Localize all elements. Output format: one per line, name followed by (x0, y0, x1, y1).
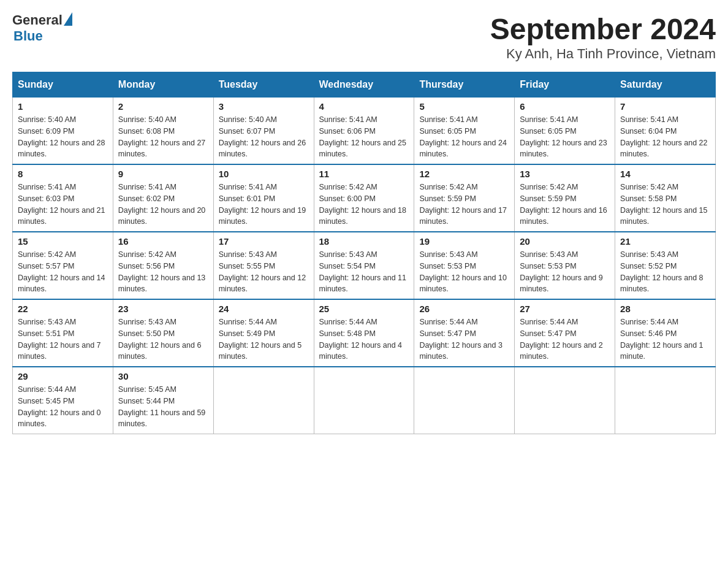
day-info: Sunrise: 5:42 AMSunset: 5:59 PMDaylight:… (419, 182, 509, 228)
day-number: 7 (620, 101, 710, 112)
day-number: 26 (419, 304, 509, 314)
day-number: 25 (319, 304, 409, 314)
calendar-cell: 8Sunrise: 5:41 AMSunset: 6:03 PMDaylight… (13, 164, 113, 232)
day-number: 11 (319, 169, 409, 179)
calendar-cell: 26Sunrise: 5:44 AMSunset: 5:47 PMDayligh… (414, 299, 515, 367)
day-info: Sunrise: 5:43 AMSunset: 5:51 PMDaylight:… (18, 316, 108, 362)
day-info: Sunrise: 5:41 AMSunset: 6:03 PMDaylight:… (18, 182, 108, 228)
calendar-header-row: SundayMondayTuesdayWednesdayThursdayFrid… (13, 72, 716, 97)
day-number: 3 (219, 101, 309, 112)
day-info: Sunrise: 5:41 AMSunset: 6:05 PMDaylight:… (419, 114, 509, 160)
calendar-cell (515, 367, 615, 434)
day-number: 21 (620, 236, 710, 247)
calendar-cell (314, 367, 414, 434)
day-info: Sunrise: 5:43 AMSunset: 5:54 PMDaylight:… (319, 249, 409, 295)
day-info: Sunrise: 5:41 AMSunset: 6:05 PMDaylight:… (520, 114, 610, 160)
calendar-cell: 15Sunrise: 5:42 AMSunset: 5:57 PMDayligh… (13, 232, 113, 299)
day-number: 28 (620, 304, 710, 314)
day-info: Sunrise: 5:44 AMSunset: 5:48 PMDaylight:… (319, 316, 409, 362)
calendar-cell: 25Sunrise: 5:44 AMSunset: 5:48 PMDayligh… (314, 299, 414, 367)
week-row-5: 29Sunrise: 5:44 AMSunset: 5:45 PMDayligh… (13, 367, 716, 434)
day-info: Sunrise: 5:42 AMSunset: 5:57 PMDaylight:… (18, 249, 108, 295)
calendar-cell: 19Sunrise: 5:43 AMSunset: 5:53 PMDayligh… (414, 232, 515, 299)
day-number: 14 (620, 169, 710, 179)
day-number: 29 (18, 371, 108, 381)
day-info: Sunrise: 5:40 AMSunset: 6:08 PMDaylight:… (118, 114, 208, 160)
calendar-cell: 10Sunrise: 5:41 AMSunset: 6:01 PMDayligh… (213, 164, 314, 232)
week-row-1: 1Sunrise: 5:40 AMSunset: 6:09 PMDaylight… (13, 97, 716, 164)
calendar-cell (213, 367, 314, 434)
calendar-cell: 11Sunrise: 5:42 AMSunset: 6:00 PMDayligh… (314, 164, 414, 232)
calendar-title: September 2024 (490, 12, 716, 46)
day-number: 2 (118, 101, 208, 112)
calendar-cell: 16Sunrise: 5:42 AMSunset: 5:56 PMDayligh… (113, 232, 213, 299)
day-number: 23 (118, 304, 208, 314)
day-number: 30 (118, 371, 208, 381)
calendar-cell (615, 367, 716, 434)
day-number: 13 (520, 169, 610, 179)
day-number: 20 (520, 236, 610, 247)
week-row-3: 15Sunrise: 5:42 AMSunset: 5:57 PMDayligh… (13, 232, 716, 299)
day-info: Sunrise: 5:41 AMSunset: 6:01 PMDaylight:… (219, 182, 309, 228)
day-number: 24 (219, 304, 309, 314)
day-number: 8 (18, 169, 108, 179)
title-block: September 2024 Ky Anh, Ha Tinh Province,… (490, 12, 716, 62)
day-info: Sunrise: 5:40 AMSunset: 6:09 PMDaylight:… (18, 114, 108, 160)
day-number: 15 (18, 236, 108, 247)
day-number: 17 (219, 236, 309, 247)
day-info: Sunrise: 5:43 AMSunset: 5:50 PMDaylight:… (118, 316, 208, 362)
day-info: Sunrise: 5:41 AMSunset: 6:04 PMDaylight:… (620, 114, 710, 160)
header-wednesday: Wednesday (314, 72, 414, 97)
calendar-cell: 13Sunrise: 5:42 AMSunset: 5:59 PMDayligh… (515, 164, 615, 232)
calendar-cell: 27Sunrise: 5:44 AMSunset: 5:47 PMDayligh… (515, 299, 615, 367)
calendar-cell: 2Sunrise: 5:40 AMSunset: 6:08 PMDaylight… (113, 97, 213, 164)
day-info: Sunrise: 5:43 AMSunset: 5:53 PMDaylight:… (419, 249, 509, 295)
logo-general-text: General (12, 12, 63, 28)
day-info: Sunrise: 5:43 AMSunset: 5:55 PMDaylight:… (219, 249, 309, 295)
day-info: Sunrise: 5:42 AMSunset: 6:00 PMDaylight:… (319, 182, 409, 228)
calendar-cell: 12Sunrise: 5:42 AMSunset: 5:59 PMDayligh… (414, 164, 515, 232)
page-header: General Blue September 2024 Ky Anh, Ha T… (12, 12, 716, 62)
day-info: Sunrise: 5:42 AMSunset: 5:59 PMDaylight:… (520, 182, 610, 228)
calendar-cell: 9Sunrise: 5:41 AMSunset: 6:02 PMDaylight… (113, 164, 213, 232)
header-tuesday: Tuesday (213, 72, 314, 97)
day-info: Sunrise: 5:45 AMSunset: 5:44 PMDaylight:… (118, 384, 208, 430)
day-info: Sunrise: 5:42 AMSunset: 5:56 PMDaylight:… (118, 249, 208, 295)
day-number: 18 (319, 236, 409, 247)
calendar-cell: 4Sunrise: 5:41 AMSunset: 6:06 PMDaylight… (314, 97, 414, 164)
calendar-cell: 28Sunrise: 5:44 AMSunset: 5:46 PMDayligh… (615, 299, 716, 367)
calendar-cell: 7Sunrise: 5:41 AMSunset: 6:04 PMDaylight… (615, 97, 716, 164)
header-sunday: Sunday (13, 72, 113, 97)
calendar-cell: 14Sunrise: 5:42 AMSunset: 5:58 PMDayligh… (615, 164, 716, 232)
calendar-cell: 3Sunrise: 5:40 AMSunset: 6:07 PMDaylight… (213, 97, 314, 164)
calendar-cell: 24Sunrise: 5:44 AMSunset: 5:49 PMDayligh… (213, 299, 314, 367)
day-info: Sunrise: 5:44 AMSunset: 5:47 PMDaylight:… (520, 316, 610, 362)
day-number: 22 (18, 304, 108, 314)
calendar-cell: 1Sunrise: 5:40 AMSunset: 6:09 PMDaylight… (13, 97, 113, 164)
calendar-cell: 22Sunrise: 5:43 AMSunset: 5:51 PMDayligh… (13, 299, 113, 367)
calendar-cell: 5Sunrise: 5:41 AMSunset: 6:05 PMDaylight… (414, 97, 515, 164)
calendar-cell: 23Sunrise: 5:43 AMSunset: 5:50 PMDayligh… (113, 299, 213, 367)
calendar-cell: 17Sunrise: 5:43 AMSunset: 5:55 PMDayligh… (213, 232, 314, 299)
calendar-cell: 21Sunrise: 5:43 AMSunset: 5:52 PMDayligh… (615, 232, 716, 299)
day-info: Sunrise: 5:44 AMSunset: 5:45 PMDaylight:… (18, 384, 108, 430)
calendar-cell: 20Sunrise: 5:43 AMSunset: 5:53 PMDayligh… (515, 232, 615, 299)
day-number: 4 (319, 101, 409, 112)
calendar-cell: 30Sunrise: 5:45 AMSunset: 5:44 PMDayligh… (113, 367, 213, 434)
calendar-cell (414, 367, 515, 434)
day-number: 9 (118, 169, 208, 179)
day-info: Sunrise: 5:44 AMSunset: 5:49 PMDaylight:… (219, 316, 309, 362)
day-info: Sunrise: 5:44 AMSunset: 5:46 PMDaylight:… (620, 316, 710, 362)
calendar-subtitle: Ky Anh, Ha Tinh Province, Vietnam (490, 46, 716, 62)
header-monday: Monday (113, 72, 213, 97)
logo: General Blue (12, 12, 72, 44)
logo-blue-text: Blue (13, 28, 43, 44)
day-info: Sunrise: 5:41 AMSunset: 6:02 PMDaylight:… (118, 182, 208, 228)
header-friday: Friday (515, 72, 615, 97)
day-number: 16 (118, 236, 208, 247)
day-number: 27 (520, 304, 610, 314)
day-number: 12 (419, 169, 509, 179)
header-saturday: Saturday (615, 72, 716, 97)
day-info: Sunrise: 5:40 AMSunset: 6:07 PMDaylight:… (219, 114, 309, 160)
day-info: Sunrise: 5:44 AMSunset: 5:47 PMDaylight:… (419, 316, 509, 362)
